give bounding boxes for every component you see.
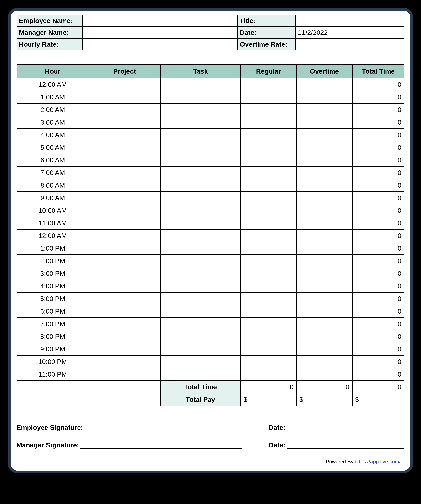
cell-overtime[interactable] [296, 318, 352, 330]
cell-project[interactable] [89, 217, 161, 229]
cell-overtime[interactable] [296, 179, 352, 192]
cell-overtime[interactable] [296, 217, 352, 229]
cell-regular[interactable] [240, 91, 296, 103]
cell-overtime[interactable] [296, 330, 352, 343]
cell-overtime[interactable] [296, 192, 352, 204]
cell-project[interactable] [89, 280, 161, 292]
cell-task[interactable] [160, 129, 240, 141]
cell-task[interactable] [160, 217, 240, 229]
cell-project[interactable] [89, 91, 161, 103]
cell-task[interactable] [160, 103, 240, 116]
cell-task[interactable] [160, 318, 240, 330]
manager-signature-date-line[interactable] [287, 442, 404, 449]
cell-task[interactable] [160, 166, 240, 179]
cell-project[interactable] [89, 78, 161, 91]
cell-task[interactable] [160, 267, 240, 280]
cell-task[interactable] [160, 343, 240, 355]
cell-regular[interactable] [240, 116, 296, 129]
cell-task[interactable] [160, 192, 240, 204]
cell-regular[interactable] [240, 292, 296, 305]
cell-task[interactable] [160, 242, 240, 255]
cell-overtime[interactable] [296, 280, 352, 292]
cell-overtime[interactable] [296, 204, 352, 217]
cell-regular[interactable] [240, 330, 296, 343]
employee-signature-date-line[interactable] [287, 425, 404, 431]
cell-project[interactable] [89, 255, 161, 267]
cell-task[interactable] [160, 204, 240, 217]
cell-task[interactable] [160, 229, 240, 242]
cell-regular[interactable] [240, 343, 296, 355]
cell-project[interactable] [89, 204, 161, 217]
cell-overtime[interactable] [296, 166, 352, 179]
cell-regular[interactable] [240, 368, 296, 381]
cell-regular[interactable] [240, 217, 296, 229]
cell-overtime[interactable] [296, 229, 352, 242]
cell-overtime[interactable] [296, 368, 352, 381]
cell-overtime[interactable] [296, 355, 352, 368]
manager-name-value[interactable] [83, 27, 238, 38]
cell-regular[interactable] [240, 78, 296, 91]
cell-regular[interactable] [240, 192, 296, 204]
date-value[interactable]: 11/2/2022 [296, 27, 404, 38]
cell-project[interactable] [89, 229, 161, 242]
cell-regular[interactable] [240, 103, 296, 116]
cell-regular[interactable] [240, 242, 296, 255]
cell-regular[interactable] [240, 179, 296, 192]
cell-overtime[interactable] [296, 255, 352, 267]
cell-overtime[interactable] [296, 116, 352, 129]
cell-task[interactable] [160, 330, 240, 343]
cell-project[interactable] [89, 192, 161, 204]
cell-overtime[interactable] [296, 154, 352, 166]
cell-overtime[interactable] [296, 141, 352, 154]
cell-project[interactable] [89, 242, 161, 255]
cell-project[interactable] [89, 305, 161, 318]
cell-task[interactable] [160, 91, 240, 103]
cell-regular[interactable] [240, 318, 296, 330]
employee-name-value[interactable] [83, 15, 238, 27]
cell-regular[interactable] [240, 267, 296, 280]
cell-task[interactable] [160, 255, 240, 267]
cell-regular[interactable] [240, 229, 296, 242]
cell-project[interactable] [89, 292, 161, 305]
cell-regular[interactable] [240, 141, 296, 154]
manager-signature-line[interactable] [80, 442, 241, 449]
cell-regular[interactable] [240, 154, 296, 166]
cell-regular[interactable] [240, 305, 296, 318]
cell-project[interactable] [89, 116, 161, 129]
cell-project[interactable] [89, 141, 161, 154]
cell-project[interactable] [89, 267, 161, 280]
hourly-rate-value[interactable] [83, 38, 238, 50]
cell-overtime[interactable] [296, 292, 352, 305]
cell-task[interactable] [160, 368, 240, 381]
cell-project[interactable] [89, 330, 161, 343]
cell-overtime[interactable] [296, 103, 352, 116]
title-value[interactable] [296, 15, 404, 27]
cell-overtime[interactable] [296, 343, 352, 355]
cell-overtime[interactable] [296, 129, 352, 141]
cell-task[interactable] [160, 78, 240, 91]
cell-regular[interactable] [240, 255, 296, 267]
cell-task[interactable] [160, 141, 240, 154]
cell-project[interactable] [89, 355, 161, 368]
employee-signature-line[interactable] [84, 425, 242, 431]
cell-project[interactable] [89, 103, 161, 116]
cell-task[interactable] [160, 116, 240, 129]
overtime-rate-value[interactable] [296, 38, 404, 50]
cell-task[interactable] [160, 355, 240, 368]
cell-task[interactable] [160, 154, 240, 166]
cell-overtime[interactable] [296, 267, 352, 280]
cell-task[interactable] [160, 280, 240, 292]
cell-project[interactable] [89, 154, 161, 166]
cell-overtime[interactable] [296, 91, 352, 103]
cell-task[interactable] [160, 305, 240, 318]
cell-task[interactable] [160, 292, 240, 305]
cell-task[interactable] [160, 179, 240, 192]
cell-overtime[interactable] [296, 78, 352, 91]
cell-regular[interactable] [240, 166, 296, 179]
footer-link[interactable]: https://apploye.com/ [355, 459, 401, 465]
cell-project[interactable] [89, 129, 161, 141]
cell-regular[interactable] [240, 280, 296, 292]
cell-regular[interactable] [240, 355, 296, 368]
cell-project[interactable] [89, 166, 161, 179]
cell-regular[interactable] [240, 204, 296, 217]
